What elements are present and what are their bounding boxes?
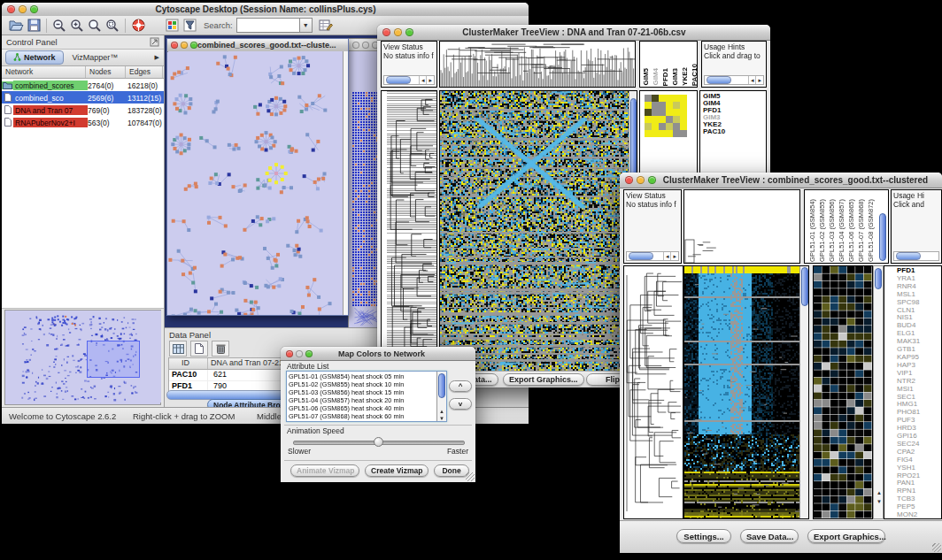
tv1-matrix-cell[interactable] [680, 130, 687, 137]
tv1-matrix-cell[interactable] [652, 116, 659, 123]
window-controls[interactable] [2, 5, 38, 13]
treeview2-titlebar[interactable]: ClusterMaker TreeView : combined_scores_… [620, 173, 942, 188]
tv1-matrix-cell[interactable] [673, 116, 680, 123]
tv1-matrix-cell[interactable] [666, 109, 673, 116]
col-id-header[interactable]: ID [169, 358, 208, 369]
new-attribute-icon[interactable] [190, 341, 208, 357]
tab-overflow-arrow[interactable]: ▶ [155, 54, 164, 61]
minimize-button[interactable] [637, 176, 645, 184]
tv1-matrix-cell[interactable] [673, 130, 680, 137]
scroll-down-arrow[interactable]: ▼ [876, 499, 882, 504]
scroll-up-arrow[interactable]: ▲ [876, 490, 882, 495]
tv2-zoom-vscrollbar[interactable]: ▲ ▼ [873, 265, 884, 519]
help-lifering-icon[interactable] [129, 17, 147, 34]
tv1-matrix-cell[interactable] [652, 109, 659, 116]
tv1-matrix-cell[interactable] [659, 102, 666, 109]
tv1-matrix-cell[interactable] [680, 102, 687, 109]
tab-network[interactable]: Network [5, 50, 64, 65]
move-down-button[interactable]: v [449, 398, 472, 410]
zoom-button[interactable] [648, 176, 656, 184]
close-button[interactable] [7, 5, 15, 13]
attribute-list-item[interactable]: GPL51-03 (GSM856) heat shock 15 min [289, 388, 434, 396]
tv2-settings-button[interactable]: Settings... [676, 529, 731, 543]
tv1-matrix-cell[interactable] [680, 123, 687, 130]
search-combobox[interactable]: ▼ [236, 18, 313, 33]
create-vizmap-button[interactable]: Create Vizmap [365, 464, 429, 477]
scroll-down-arrow[interactable]: ▼ [439, 416, 444, 421]
close-button[interactable] [382, 28, 390, 36]
network-table-row[interactable]: combined_sco2569(6)13112(15) [2, 91, 164, 104]
tv2-global-heatmap[interactable] [683, 265, 809, 519]
tv1-matrix-cell[interactable] [645, 116, 652, 123]
zoom-button[interactable] [190, 42, 197, 49]
tv1-gene-dendrogram[interactable] [381, 90, 437, 372]
search-input[interactable] [236, 18, 300, 33]
tv1-matrix-cell[interactable] [645, 109, 652, 116]
treeview1-titlebar[interactable]: ClusterMaker TreeView : DNA and Tran 07-… [377, 25, 770, 41]
network-graph-canvas[interactable] [168, 51, 343, 315]
minimize-button[interactable] [181, 42, 188, 49]
tv1-matrix-cell[interactable] [652, 95, 659, 102]
tv1-matrix-cell[interactable] [659, 95, 666, 102]
float-panel-icon[interactable] [150, 35, 159, 50]
tv2-save-data-button[interactable]: Save Data... [740, 529, 799, 543]
network1-titlebar[interactable]: combined_scores_good.txt--cluste... [167, 39, 348, 52]
tv1-matrix-cell[interactable] [659, 130, 666, 137]
network-table-header-network[interactable]: Network [2, 66, 86, 78]
tv1-matrix-cell[interactable] [659, 116, 666, 123]
minimize-button[interactable] [19, 5, 27, 13]
tv1-matrix-cell[interactable] [645, 130, 652, 137]
tv2-usage-scrollbar[interactable] [893, 251, 939, 261]
scroll-up-arrow[interactable]: ▲ [439, 409, 444, 414]
attribute-listbox[interactable]: GPL51-01 (GSM854) heat shock 05 minGPL51… [286, 371, 447, 422]
move-up-button[interactable]: ^ [449, 380, 472, 392]
network-table-row[interactable]: DNA and Tran 07769(0)183728(0) [2, 104, 164, 116]
network-overview-panel[interactable] [4, 310, 161, 405]
filter-icon[interactable] [181, 17, 198, 34]
zoom-selected-icon[interactable] [104, 17, 121, 34]
tv1-matrix-cell[interactable] [652, 102, 659, 109]
tv1-matrix-cell[interactable] [652, 130, 659, 137]
zoom-button[interactable] [305, 350, 313, 357]
network-vscrollbar[interactable] [343, 51, 348, 315]
minimize-button[interactable] [296, 350, 303, 357]
network-table-header-nodes[interactable]: Nodes [86, 66, 126, 78]
tv1-column-dendrogram[interactable] [439, 41, 636, 88]
tv1-matrix-cell[interactable] [659, 123, 666, 130]
zoom-out-icon[interactable] [50, 17, 68, 34]
tv1-matrix-cell[interactable] [673, 123, 680, 130]
attribute-list-item[interactable]: GPL51-06 (GSM865) heat shock 40 min [289, 404, 434, 412]
dialog-titlebar[interactable]: Map Colors to Network [281, 347, 475, 361]
tv1-matrix-cell[interactable] [645, 102, 652, 109]
network-overview-canvas[interactable] [5, 311, 161, 403]
minimize-button[interactable] [394, 28, 402, 36]
tv1-matrix-cell[interactable] [645, 95, 652, 102]
tv1-global-heatmap[interactable] [439, 90, 637, 372]
tv1-status-scrollbar[interactable]: ◂▸ [383, 75, 435, 85]
network-table-row[interactable]: combined_scores2764(0)16218(0) [2, 79, 164, 91]
search-dropdown-arrow[interactable]: ▼ [300, 18, 313, 33]
tv1-export-graphics-button[interactable]: Export Graphics... [503, 373, 584, 386]
animate-vizmap-button[interactable]: Animate Vizmap [290, 464, 359, 477]
tv2-heatmap-vscrollbar[interactable] [799, 266, 808, 518]
tv2-collabel-scrollthumb[interactable] [879, 213, 886, 261]
tv1-matrix-cell[interactable] [673, 95, 680, 102]
tv1-matrix-cell[interactable] [673, 109, 680, 116]
close-button[interactable] [625, 176, 633, 184]
zoom-fit-icon[interactable] [86, 17, 104, 34]
animation-speed-slider[interactable] [293, 441, 465, 445]
table-mode-icon[interactable] [169, 341, 187, 357]
annotation-icon[interactable] [317, 17, 335, 34]
save-icon[interactable] [25, 17, 42, 34]
tv1-matrix-cell[interactable] [680, 116, 687, 123]
close-button[interactable] [171, 42, 178, 49]
network-table-row[interactable]: RNAPuberNov2+I563(0)107847(0) [2, 116, 164, 128]
tv2-gene-dendrogram[interactable] [623, 265, 683, 519]
attribute-table-row[interactable]: PAC10621 [169, 370, 284, 381]
tv1-matrix-cell[interactable] [652, 123, 659, 130]
tv2-column-dendrogram[interactable] [683, 189, 800, 264]
col-attr-header[interactable]: DNA and Tran 07-21-06 [208, 358, 284, 369]
attribute-list-item[interactable]: GPL51-02 (GSM855) heat shock 10 min [289, 380, 434, 388]
zoom-button[interactable] [405, 28, 413, 36]
done-button[interactable]: Done [434, 464, 469, 477]
